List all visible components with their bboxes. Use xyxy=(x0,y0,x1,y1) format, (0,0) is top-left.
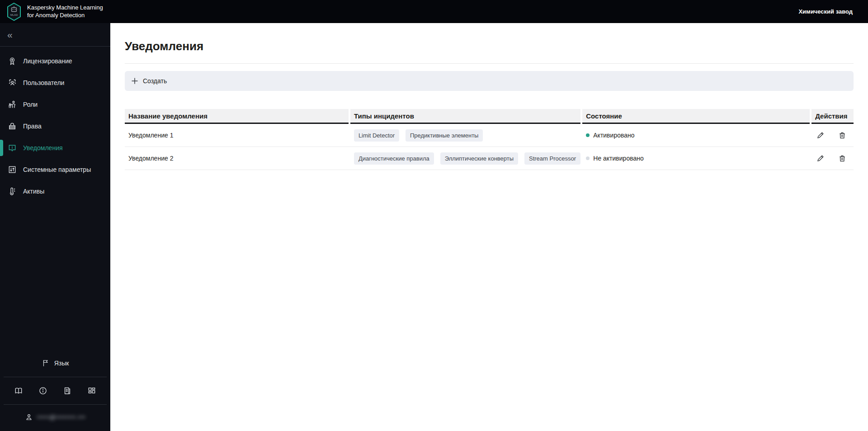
sidebar-spacer xyxy=(0,202,110,352)
column-header-name: Название уведомления xyxy=(125,109,349,124)
create-button[interactable]: Создать xyxy=(125,71,854,91)
status-dot-inactive xyxy=(586,156,590,160)
roles-icon xyxy=(7,100,17,109)
pencil-icon xyxy=(816,131,825,139)
release-notes-icon xyxy=(63,386,72,395)
topbar: MLAD Kaspersky Machine Learning for Anom… xyxy=(0,0,868,23)
incident-type-chip: Stream Processor xyxy=(524,152,580,165)
incident-types-cell: Limit Detector Предиктивные элементы xyxy=(350,129,580,142)
services-button[interactable] xyxy=(87,386,96,395)
notifications-table: Название уведомления Типы инцидентов Сос… xyxy=(125,109,854,170)
notification-name: Уведомление 1 xyxy=(125,132,349,139)
sidebar-item-assets[interactable]: Активы xyxy=(0,180,110,202)
collapse-sidebar-button[interactable]: « xyxy=(7,30,12,39)
tenant-name: Химический завод xyxy=(798,8,861,15)
language-button[interactable]: Язык xyxy=(0,352,110,374)
collapse-icon: « xyxy=(7,29,12,40)
pencil-icon xyxy=(816,154,825,162)
book-icon xyxy=(14,386,23,395)
delete-button[interactable] xyxy=(838,131,846,139)
incident-types-cell: Диагностические правила Эллиптические ко… xyxy=(350,152,580,165)
manual-button[interactable] xyxy=(14,386,23,395)
trash-icon xyxy=(838,131,846,139)
language-label: Язык xyxy=(54,360,69,367)
status-label: Не активировано xyxy=(593,155,644,162)
sidebar-item-roles[interactable]: Роли xyxy=(0,94,110,115)
lock-icon xyxy=(7,122,17,131)
plus-icon xyxy=(131,77,138,85)
actions-cell xyxy=(811,154,854,162)
incident-type-chip: Диагностические правила xyxy=(354,152,434,165)
sidebar-item-licensing[interactable]: Лицензирование xyxy=(0,50,110,72)
status-label: Активировано xyxy=(593,132,634,139)
users-icon xyxy=(7,78,17,87)
sidebar-item-label: Роли xyxy=(23,101,38,108)
about-button[interactable] xyxy=(38,386,47,395)
release-notes-button[interactable] xyxy=(63,386,72,395)
sidebar-item-rights[interactable]: Права xyxy=(0,115,110,137)
page-title: Уведомления xyxy=(125,39,854,53)
column-header-state: Состояние xyxy=(582,109,810,124)
user-account-button[interactable]: •••••@••••••••.••• xyxy=(0,405,110,431)
incident-type-chip: Limit Detector xyxy=(354,129,399,142)
sidebar-item-label: Системные параметры xyxy=(23,166,91,173)
system-params-icon xyxy=(7,165,17,174)
sidebar: « Лицензирование xyxy=(0,23,110,431)
status-dot-active xyxy=(586,133,590,137)
sidebar-item-label: Уведомления xyxy=(23,144,63,152)
create-button-label: Создать xyxy=(143,77,167,85)
status-cell: Активировано xyxy=(582,132,810,139)
mlad-logo-icon: MLAD xyxy=(5,2,23,21)
title-divider xyxy=(125,63,854,64)
app-title: Kaspersky Machine Learning for Anomaly D… xyxy=(27,4,103,19)
sidebar-item-label: Права xyxy=(23,123,42,130)
incident-type-chip: Предиктивные элементы xyxy=(406,129,483,142)
main-content: Уведомления Создать Название уведомления… xyxy=(110,23,868,431)
sidebar-item-notifications[interactable]: Уведомления xyxy=(0,137,110,159)
edit-button[interactable] xyxy=(816,131,825,139)
sidebar-collapse-row: « xyxy=(0,23,110,47)
table-row: Уведомление 1 Limit Detector Предиктивны… xyxy=(125,124,854,147)
delete-button[interactable] xyxy=(838,154,846,162)
trash-icon xyxy=(838,154,846,162)
notification-icon xyxy=(7,143,17,152)
table-header: Название уведомления Типы инцидентов Сос… xyxy=(125,109,854,124)
sidebar-item-label: Активы xyxy=(23,188,44,195)
info-icon xyxy=(38,386,47,395)
notification-name: Уведомление 2 xyxy=(125,155,349,162)
column-header-actions: Действия xyxy=(811,109,854,124)
incident-type-chip: Эллиптические конверты xyxy=(440,152,518,165)
edit-button[interactable] xyxy=(816,154,825,162)
sidebar-item-system-parameters[interactable]: Системные параметры xyxy=(0,159,110,180)
thermometer-icon xyxy=(7,187,17,196)
sidebar-item-label: Пользователи xyxy=(23,79,64,86)
app-logo-home-link[interactable]: MLAD Kaspersky Machine Learning for Anom… xyxy=(5,2,103,21)
user-email: •••••@••••••••.••• xyxy=(37,414,86,421)
sidebar-item-label: Лицензирование xyxy=(23,57,72,65)
column-header-incident-types: Типы инцидентов xyxy=(350,109,580,124)
flag-icon xyxy=(42,359,50,367)
table-row: Уведомление 2 Диагностические правила Эл… xyxy=(125,147,854,170)
actions-cell xyxy=(811,131,854,139)
user-icon xyxy=(25,413,33,421)
apps-grid-icon xyxy=(87,386,96,395)
sidebar-icon-row xyxy=(0,377,110,404)
license-icon xyxy=(7,57,17,66)
status-cell: Не активировано xyxy=(582,155,810,162)
sidebar-item-users[interactable]: Пользователи xyxy=(0,72,110,94)
sidebar-nav: Лицензирование Пользователи xyxy=(0,47,110,202)
svg-text:MLAD: MLAD xyxy=(10,14,18,16)
